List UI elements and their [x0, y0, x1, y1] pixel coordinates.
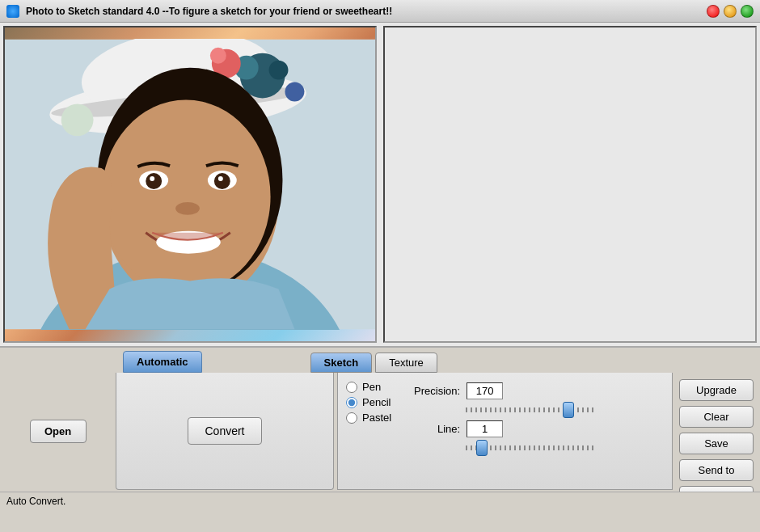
window-controls: [707, 5, 754, 18]
app-icon: [6, 5, 19, 18]
title-bar: Photo to Sketch standard 4.0 --To figure…: [0, 0, 760, 23]
pastel-label: Pastel: [362, 412, 391, 424]
svg-point-21: [175, 202, 200, 215]
tabs-container: Automatic Sketch Texture: [3, 351, 757, 373]
pencil-radio[interactable]: [346, 397, 357, 408]
sketch-options-panel: Pen Pencil Pastel: [337, 373, 673, 490]
maximize-button[interactable]: [741, 5, 754, 18]
precision-slider-track[interactable]: [466, 407, 595, 412]
svg-point-18: [214, 173, 230, 189]
photo-svg: [5, 39, 375, 330]
line-input[interactable]: [467, 420, 503, 437]
minimize-button[interactable]: [724, 5, 737, 18]
pen-option: Pen: [346, 381, 391, 393]
pen-label: Pen: [362, 381, 381, 393]
action-buttons-panel: Upgrade Clear Save Send to Edit&Print: [676, 373, 757, 490]
save-button[interactable]: Save: [679, 433, 754, 454]
send-to-button[interactable]: Send to: [679, 459, 754, 481]
line-slider-thumb[interactable]: [476, 440, 488, 456]
open-button[interactable]: Open: [30, 420, 87, 443]
svg-point-14: [101, 99, 270, 293]
line-slider-container: [466, 442, 595, 454]
close-button[interactable]: [707, 5, 720, 18]
precision-row: Precision:: [407, 382, 595, 399]
tab-sketch[interactable]: Sketch: [310, 353, 373, 373]
precision-input[interactable]: [467, 382, 503, 399]
pastel-option: Pastel: [346, 412, 391, 424]
param-group: Precision: Line:: [407, 382, 595, 454]
tab-texture[interactable]: Texture: [375, 353, 437, 373]
open-button-area: Open: [3, 373, 112, 490]
svg-point-23: [61, 103, 94, 136]
pen-radio[interactable]: [346, 382, 357, 393]
sketch-output: [385, 27, 755, 341]
sketch-options-inner: Pen Pencil Pastel: [346, 381, 664, 454]
status-text: Auto Convert.: [6, 496, 65, 507]
output-sketch-panel: [383, 26, 757, 343]
line-label: Line:: [407, 423, 460, 435]
status-bar: Auto Convert.: [0, 492, 760, 509]
precision-slider-container: [466, 404, 595, 416]
source-image-panel: [3, 26, 377, 343]
line-slider-track[interactable]: [466, 445, 595, 450]
image-panels: [0, 23, 760, 348]
window-title: Photo to Sketch standard 4.0 --To figure…: [26, 6, 700, 17]
svg-point-12: [285, 82, 304, 102]
svg-point-19: [150, 176, 154, 181]
precision-slider-thumb[interactable]: [563, 402, 574, 418]
upgrade-button[interactable]: Upgrade: [679, 379, 754, 401]
pencil-label: Pencil: [362, 396, 391, 408]
svg-point-11: [210, 48, 226, 64]
pencil-option: Pencil: [346, 396, 391, 408]
tab-automatic[interactable]: Automatic: [123, 351, 202, 373]
controls-row: Open Convert Pen Pe: [3, 373, 757, 490]
svg-point-20: [218, 176, 223, 181]
source-photo: [5, 27, 375, 341]
svg-point-17: [146, 173, 162, 189]
convert-button-area: Convert: [116, 373, 334, 490]
line-row: Line:: [407, 420, 595, 437]
app-window: Photo to Sketch standard 4.0 --To figure…: [0, 0, 760, 509]
style-radio-group: Pen Pencil Pastel: [346, 381, 391, 424]
pastel-radio[interactable]: [346, 412, 357, 424]
precision-label: Precision:: [407, 385, 460, 397]
convert-button[interactable]: Convert: [188, 417, 261, 445]
clear-button[interactable]: Clear: [679, 406, 754, 428]
svg-point-9: [269, 61, 289, 80]
